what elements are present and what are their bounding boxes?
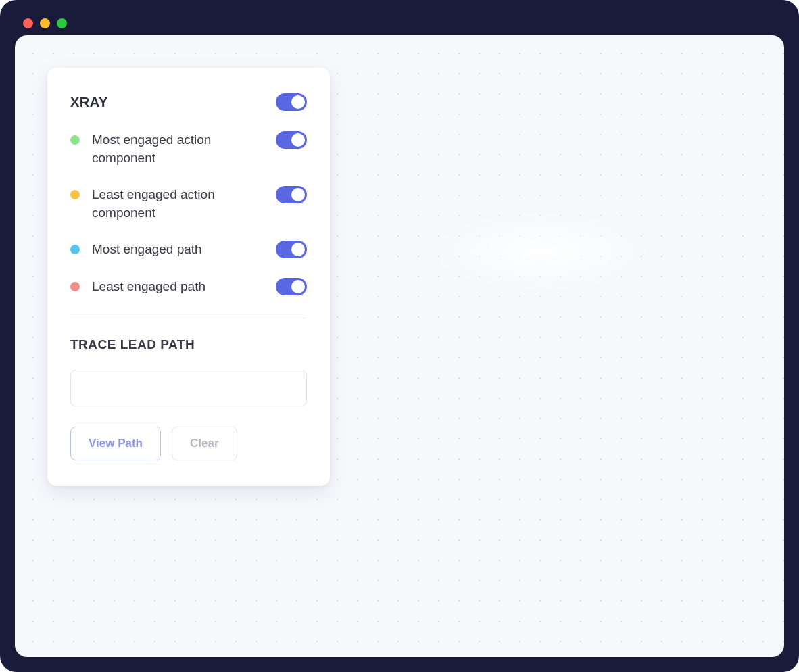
window-titlebar [15,11,784,35]
xray-panel-header: XRAY [70,93,307,111]
option-toggle[interactable] [276,131,307,149]
close-window-button[interactable] [23,18,33,28]
app-window: XRAY Most engaged action component Least… [0,0,799,672]
trace-lead-path-title: TRACE LEAD PATH [70,337,307,352]
legend-dot-icon [70,245,80,254]
option-most-engaged-path: Most engaged path [70,241,307,259]
xray-title: XRAY [70,95,108,110]
trace-lead-path-input[interactable] [70,370,307,406]
trace-button-row: View Path Clear [70,427,307,460]
option-least-engaged-path: Least engaged path [70,278,307,296]
canvas-placeholder-cloud [366,191,718,312]
option-toggle[interactable] [276,186,307,203]
option-toggle[interactable] [276,241,307,258]
option-least-engaged-action: Least engaged action component [70,186,307,222]
option-label: Most engaged action component [92,131,264,167]
option-most-engaged-action: Most engaged action component [70,131,307,167]
xray-option-list: Most engaged action component Least enga… [70,131,307,296]
option-label: Least engaged path [92,278,264,296]
canvas-area: XRAY Most engaged action component Least… [15,35,784,657]
legend-dot-icon [70,190,80,199]
legend-dot-icon [70,282,80,291]
xray-panel: XRAY Most engaged action component Least… [47,68,330,486]
minimize-window-button[interactable] [40,18,50,28]
option-label: Least engaged action component [92,186,264,222]
maximize-window-button[interactable] [57,18,67,28]
clear-button[interactable]: Clear [172,427,237,460]
panel-divider [70,318,307,318]
option-toggle[interactable] [276,278,307,295]
view-path-button[interactable]: View Path [70,427,161,460]
xray-master-toggle[interactable] [276,93,307,111]
option-label: Most engaged path [92,241,264,259]
legend-dot-icon [70,135,80,145]
